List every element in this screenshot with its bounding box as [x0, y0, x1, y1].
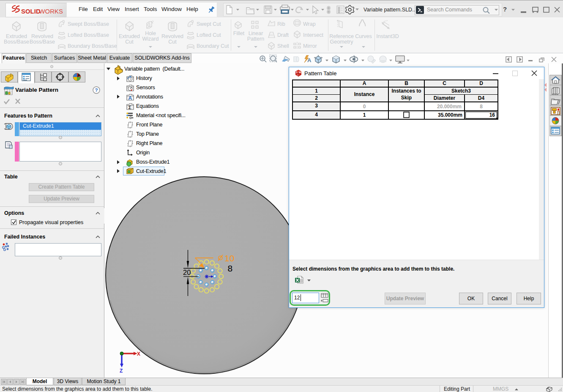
- svg-text:20: 20: [183, 269, 191, 276]
- svg-text:Σ: Σ: [128, 105, 131, 110]
- svg-text:A: A: [128, 95, 132, 101]
- svg-text:WORKS: WORKS: [39, 8, 63, 15]
- svg-text:10: 10: [224, 253, 234, 263]
- svg-text:SOLID: SOLID: [21, 8, 41, 15]
- svg-text:X: X: [137, 351, 140, 357]
- svg-text:8: 8: [228, 263, 233, 273]
- svg-text:A: A: [307, 57, 312, 63]
- svg-text:?: ?: [95, 88, 98, 93]
- svg-text:Z: Z: [120, 368, 123, 374]
